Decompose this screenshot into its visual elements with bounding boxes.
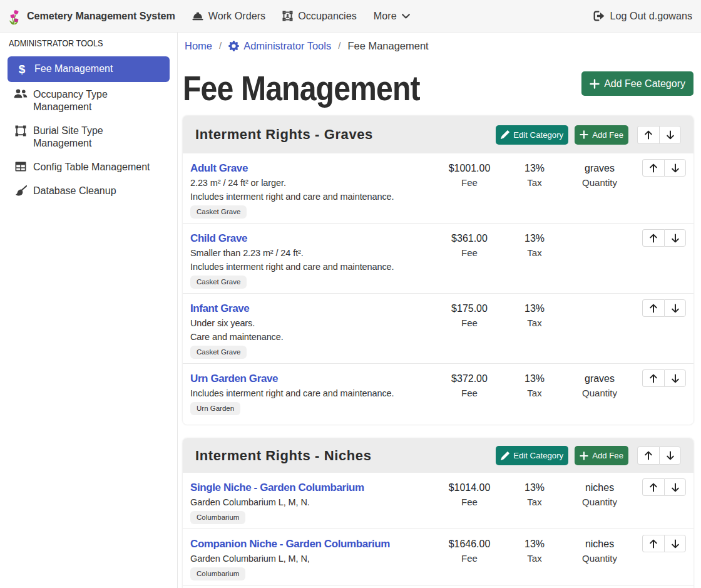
svg-text:$: $ (19, 63, 26, 76)
